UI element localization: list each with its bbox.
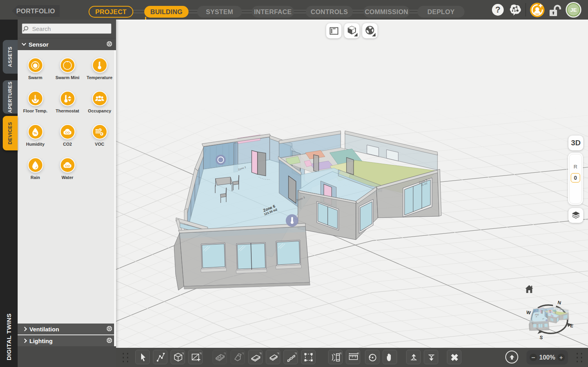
svg-text:E: E	[570, 323, 573, 329]
svg-text:CO: CO	[65, 130, 70, 134]
svg-text:S: S	[539, 334, 543, 340]
svg-text:CO: CO	[65, 164, 70, 167]
svg-text:%: %	[34, 130, 37, 135]
svg-text:W: W	[526, 309, 531, 316]
